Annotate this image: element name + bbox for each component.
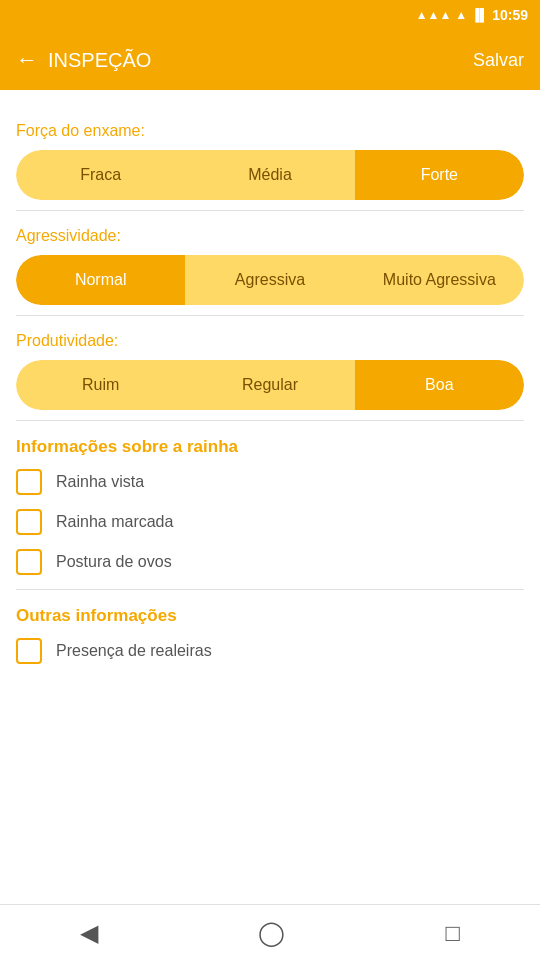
signal-icon: ▲▲▲ — [416, 8, 452, 22]
forca-btn-forte[interactable]: Forte — [355, 150, 524, 200]
divider-3 — [16, 420, 524, 421]
agressividade-section: Agressividade: Normal Agressiva Muito Ag… — [16, 227, 524, 305]
forca-toggle-group: Fraca Média Forte — [16, 150, 524, 200]
agressividade-btn-muito[interactable]: Muito Agressiva — [355, 255, 524, 305]
produtividade-btn-boa[interactable]: Boa — [355, 360, 524, 410]
agressividade-btn-normal[interactable]: Normal — [16, 255, 185, 305]
checkbox-rainha-marcada-box[interactable] — [16, 509, 42, 535]
nav-square-icon[interactable]: □ — [445, 919, 460, 947]
bottom-nav: ◀ ◯ □ — [0, 904, 540, 960]
main-content: Força do enxame: Fraca Média Forte Agres… — [0, 90, 540, 904]
checkbox-postura-ovos: Postura de ovos — [16, 549, 524, 575]
checkbox-postura-ovos-box[interactable] — [16, 549, 42, 575]
checkbox-rainha-marcada: Rainha marcada — [16, 509, 524, 535]
outras-section-title: Outras informações — [16, 606, 524, 626]
battery-icon: ▐▌ — [471, 8, 488, 22]
divider-1 — [16, 210, 524, 211]
forca-btn-fraca[interactable]: Fraca — [16, 150, 185, 200]
produtividade-btn-ruim[interactable]: Ruim — [16, 360, 185, 410]
checkbox-realeiras: Presença de realeiras — [16, 638, 524, 664]
checkbox-realeiras-box[interactable] — [16, 638, 42, 664]
status-time: 10:59 — [492, 7, 528, 23]
status-icons: ▲▲▲ ▲ ▐▌ — [416, 8, 489, 22]
rainha-section-title: Informações sobre a rainha — [16, 437, 524, 457]
agressividade-label: Agressividade: — [16, 227, 524, 245]
checkbox-rainha-marcada-label: Rainha marcada — [56, 513, 173, 531]
produtividade-btn-regular[interactable]: Regular — [185, 360, 354, 410]
checkbox-rainha-vista: Rainha vista — [16, 469, 524, 495]
agressividade-btn-agressiva[interactable]: Agressiva — [185, 255, 354, 305]
divider-2 — [16, 315, 524, 316]
nav-home-icon[interactable]: ◯ — [258, 919, 285, 947]
checkbox-postura-ovos-label: Postura de ovos — [56, 553, 172, 571]
forca-label: Força do enxame: — [16, 122, 524, 140]
produtividade-toggle-group: Ruim Regular Boa — [16, 360, 524, 410]
status-bar: ▲▲▲ ▲ ▐▌ 10:59 — [0, 0, 540, 30]
agressividade-toggle-group: Normal Agressiva Muito Agressiva — [16, 255, 524, 305]
app-header: ← INSPEÇÃO Salvar — [0, 30, 540, 90]
back-arrow-icon[interactable]: ← — [16, 47, 38, 73]
rainha-section: Informações sobre a rainha Rainha vista … — [16, 437, 524, 575]
wifi-icon: ▲ — [455, 8, 467, 22]
outras-section: Outras informações Presença de realeiras — [16, 606, 524, 664]
save-button[interactable]: Salvar — [473, 50, 524, 71]
checkbox-realeiras-label: Presença de realeiras — [56, 642, 212, 660]
nav-back-icon[interactable]: ◀ — [80, 919, 98, 947]
forca-section: Força do enxame: Fraca Média Forte — [16, 122, 524, 200]
checkbox-rainha-vista-label: Rainha vista — [56, 473, 144, 491]
header-left: ← INSPEÇÃO — [16, 47, 151, 73]
produtividade-section: Produtividade: Ruim Regular Boa — [16, 332, 524, 410]
page-title: INSPEÇÃO — [48, 49, 151, 72]
produtividade-label: Produtividade: — [16, 332, 524, 350]
forca-btn-media[interactable]: Média — [185, 150, 354, 200]
divider-4 — [16, 589, 524, 590]
checkbox-rainha-vista-box[interactable] — [16, 469, 42, 495]
